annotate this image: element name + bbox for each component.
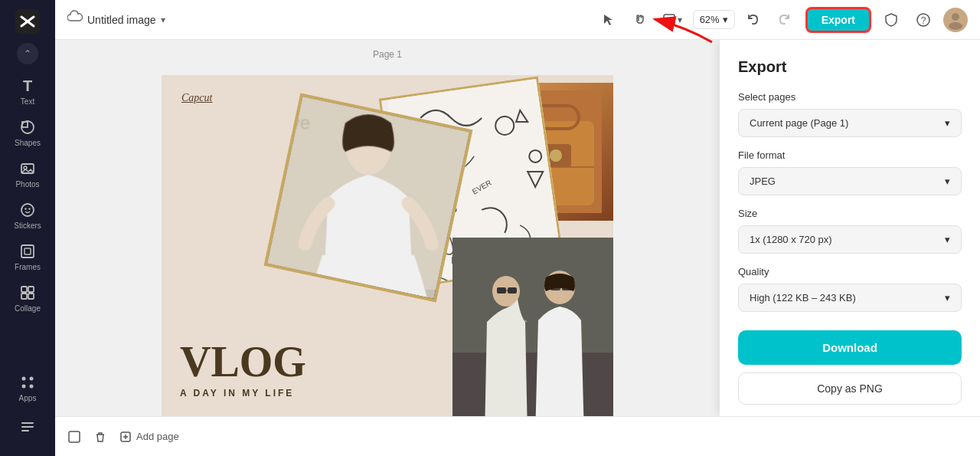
- stickers-icon: [18, 201, 37, 219]
- canvas[interactable]: LOVE EVER MOTION: [162, 75, 613, 416]
- size-value: 1x (1280 x 720 px): [750, 234, 832, 245]
- svg-rect-23: [664, 15, 675, 25]
- add-page-label: Add page: [136, 431, 179, 442]
- export-panel: Export Select pages Current page (Page 1…: [720, 40, 980, 416]
- svg-rect-11: [24, 248, 31, 254]
- app-logo[interactable]: [14, 8, 41, 35]
- file-format-dropdown[interactable]: JPEG ▾: [738, 167, 962, 195]
- vlog-title: VLOG: [180, 340, 306, 383]
- svg-text:love: love: [276, 112, 310, 133]
- sidebar-item-apps-label: Apps: [19, 394, 37, 402]
- canvas-container[interactable]: Page 1: [55, 40, 720, 416]
- shield-icon-btn[interactable]: [879, 8, 903, 32]
- zoom-value: 62%: [700, 14, 720, 25]
- sidebar-item-text-label: Text: [21, 97, 34, 106]
- sidebar-collapse-btn[interactable]: ⌃: [17, 43, 38, 64]
- hand-tool-btn[interactable]: [627, 8, 652, 32]
- help-icon-btn[interactable]: ?: [911, 8, 936, 32]
- select-pages-dropdown[interactable]: Current page (Page 1) ▾: [738, 109, 962, 137]
- svg-point-8: [24, 208, 26, 209]
- export-panel-title: Export: [738, 58, 962, 76]
- svg-rect-14: [21, 294, 27, 299]
- cloud-icon: [67, 10, 83, 29]
- size-label: Size: [738, 208, 962, 219]
- size-dropdown[interactable]: 1x (1280 x 720 px) ▾: [738, 225, 962, 254]
- select-pages-value: Current page (Page 1): [750, 117, 848, 129]
- svg-point-7: [21, 204, 34, 216]
- redo-btn[interactable]: [772, 8, 796, 32]
- file-format-chevron-icon: ▾: [945, 176, 950, 187]
- document-title: Untitled image: [87, 14, 156, 26]
- sidebar-item-text[interactable]: T Text: [0, 71, 55, 112]
- select-pages-chevron-icon: ▾: [945, 117, 950, 129]
- toolbar-tools: ▾ 62% ▾: [596, 8, 796, 32]
- sidebar: ⌃ T Text Shapes Photos Stickers Frames C…: [0, 0, 55, 456]
- download-btn[interactable]: Download: [738, 330, 962, 365]
- sidebar-item-apps[interactable]: Apps: [18, 367, 37, 408]
- undo-btn[interactable]: [741, 8, 766, 32]
- svg-rect-22: [21, 430, 29, 431]
- svg-point-28: [949, 22, 962, 30]
- bottom-toolbar: Add page: [55, 416, 980, 456]
- size-chevron-icon: ▾: [945, 234, 950, 245]
- canvas-content: LOVE EVER MOTION: [162, 75, 613, 416]
- svg-point-16: [22, 377, 26, 381]
- svg-rect-56: [69, 431, 80, 442]
- svg-rect-21: [21, 426, 34, 428]
- svg-rect-50: [508, 287, 517, 294]
- zoom-chevron-icon: ▾: [723, 14, 728, 25]
- sidebar-item-collage-label: Collage: [15, 304, 41, 313]
- svg-point-17: [30, 377, 34, 381]
- couple-photo: [452, 238, 613, 416]
- title-chevron-icon: ▾: [161, 15, 165, 25]
- svg-point-33: [550, 149, 562, 162]
- sidebar-item-collage[interactable]: Collage: [0, 277, 55, 319]
- page-thumbnail-btn[interactable]: [67, 430, 81, 444]
- sidebar-item-shapes[interactable]: Shapes: [0, 112, 55, 153]
- photos-icon: [18, 159, 37, 178]
- svg-text:?: ?: [921, 15, 926, 26]
- svg-point-9: [28, 208, 30, 209]
- add-page-btn[interactable]: Add page: [119, 431, 179, 443]
- topbar: Untitled image ▾ ▾ 62% ▾: [55, 0, 980, 40]
- export-btn[interactable]: Export: [805, 7, 871, 33]
- zoom-control[interactable]: 62% ▾: [693, 10, 735, 29]
- capcut-label: Capcut: [181, 92, 212, 104]
- document-title-area[interactable]: Untitled image ▾: [67, 10, 165, 29]
- apps-icon: [18, 373, 37, 392]
- woman-photo: love: [264, 93, 473, 303]
- vlog-text-area: VLOG A DAY IN MY LIFE: [180, 340, 306, 399]
- svg-point-19: [30, 385, 34, 389]
- svg-rect-13: [28, 287, 34, 292]
- svg-rect-20: [21, 422, 34, 424]
- copy-png-btn[interactable]: Copy as PNG: [738, 372, 962, 405]
- svg-rect-49: [497, 287, 506, 294]
- sidebar-item-stickers-label: Stickers: [14, 221, 41, 230]
- quality-label: Quality: [738, 266, 962, 277]
- svg-rect-12: [21, 287, 27, 292]
- sidebar-item-frames[interactable]: Frames: [0, 236, 55, 277]
- vlog-subtitle: A DAY IN MY LIFE: [180, 388, 306, 399]
- svg-point-18: [22, 385, 26, 389]
- select-tool-btn[interactable]: [596, 8, 621, 32]
- sidebar-item-extra[interactable]: [18, 412, 37, 442]
- canvas-area: Page 1: [55, 40, 980, 416]
- sidebar-item-photos-label: Photos: [15, 180, 39, 189]
- quality-dropdown[interactable]: High (122 KB – 243 KB) ▾: [738, 284, 962, 312]
- svg-rect-15: [28, 294, 34, 299]
- svg-point-27: [952, 13, 959, 21]
- sidebar-item-frames-label: Frames: [15, 263, 41, 271]
- extra-icon: [18, 418, 37, 436]
- delete-page-btn[interactable]: [93, 430, 107, 444]
- quality-chevron-icon: ▾: [945, 292, 950, 303]
- text-icon: T: [18, 77, 37, 95]
- page-label: Page 1: [373, 49, 402, 60]
- main-area: Untitled image ▾ ▾ 62% ▾: [55, 0, 980, 456]
- topbar-right: Export ?: [805, 7, 968, 33]
- sidebar-item-stickers[interactable]: Stickers: [0, 195, 55, 236]
- sidebar-item-photos[interactable]: Photos: [0, 153, 55, 195]
- quality-value: High (122 KB – 243 KB): [750, 292, 856, 303]
- layout-tool-btn[interactable]: ▾: [658, 8, 687, 32]
- user-avatar[interactable]: [943, 8, 968, 32]
- shapes-icon: [18, 118, 37, 136]
